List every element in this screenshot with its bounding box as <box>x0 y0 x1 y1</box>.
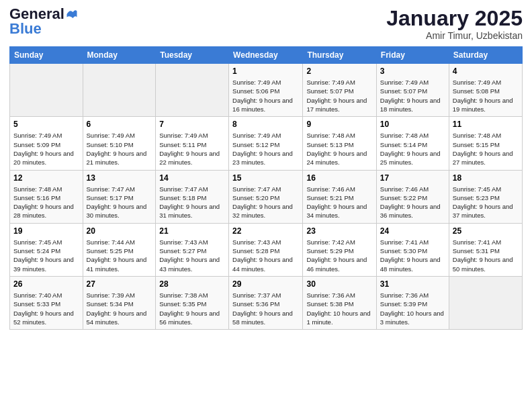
calendar-cell: 14Sunrise: 7:47 AM Sunset: 5:18 PM Dayli… <box>156 170 229 223</box>
day-info: Sunrise: 7:47 AM Sunset: 5:18 PM Dayligh… <box>159 185 225 220</box>
calendar-cell: 25Sunrise: 7:41 AM Sunset: 5:31 PM Dayli… <box>449 223 522 276</box>
day-info: Sunrise: 7:42 AM Sunset: 5:29 PM Dayligh… <box>306 238 372 273</box>
calendar-week-1: 5Sunrise: 7:49 AM Sunset: 5:09 PM Daylig… <box>10 117 523 170</box>
day-number: 11 <box>453 120 519 129</box>
day-info: Sunrise: 7:49 AM Sunset: 5:06 PM Dayligh… <box>232 78 299 113</box>
day-info: Sunrise: 7:45 AM Sunset: 5:24 PM Dayligh… <box>13 238 79 273</box>
day-number: 2 <box>306 66 372 76</box>
calendar-cell: 17Sunrise: 7:46 AM Sunset: 5:22 PM Dayli… <box>376 170 449 223</box>
day-info: Sunrise: 7:48 AM Sunset: 5:16 PM Dayligh… <box>13 185 79 220</box>
day-info: Sunrise: 7:43 AM Sunset: 5:27 PM Dayligh… <box>159 238 225 273</box>
calendar-cell: 26Sunrise: 7:40 AM Sunset: 5:33 PM Dayli… <box>10 276 83 329</box>
calendar-cell: 10Sunrise: 7:48 AM Sunset: 5:14 PM Dayli… <box>376 117 449 170</box>
calendar-cell: 20Sunrise: 7:44 AM Sunset: 5:25 PM Dayli… <box>83 223 156 276</box>
day-info: Sunrise: 7:48 AM Sunset: 5:15 PM Dayligh… <box>453 131 519 167</box>
calendar-cell: 23Sunrise: 7:42 AM Sunset: 5:29 PM Dayli… <box>303 223 376 276</box>
header: General Blue January 2025 Amir Timur, Uz… <box>9 7 523 41</box>
day-number: 5 <box>13 120 79 129</box>
day-info: Sunrise: 7:49 AM Sunset: 5:11 PM Dayligh… <box>159 131 225 167</box>
calendar-cell: 12Sunrise: 7:48 AM Sunset: 5:16 PM Dayli… <box>10 170 83 223</box>
day-info: Sunrise: 7:49 AM Sunset: 5:10 PM Dayligh… <box>87 131 152 167</box>
day-info: Sunrise: 7:36 AM Sunset: 5:38 PM Dayligh… <box>306 291 372 326</box>
col-monday: Monday <box>83 47 156 64</box>
calendar-title: January 2025 <box>386 7 523 30</box>
day-info: Sunrise: 7:39 AM Sunset: 5:34 PM Dayligh… <box>87 291 152 326</box>
day-info: Sunrise: 7:49 AM Sunset: 5:07 PM Dayligh… <box>380 78 445 113</box>
day-info: Sunrise: 7:49 AM Sunset: 5:09 PM Dayligh… <box>13 131 79 167</box>
day-info: Sunrise: 7:41 AM Sunset: 5:30 PM Dayligh… <box>380 238 445 273</box>
day-info: Sunrise: 7:46 AM Sunset: 5:21 PM Dayligh… <box>306 185 372 220</box>
col-wednesday: Wednesday <box>229 47 303 64</box>
day-number: 10 <box>380 120 445 129</box>
calendar-subtitle: Amir Timur, Uzbekistan <box>386 30 523 41</box>
calendar-cell: 1Sunrise: 7:49 AM Sunset: 5:06 PM Daylig… <box>229 64 303 117</box>
day-number: 19 <box>13 226 79 236</box>
day-number: 28 <box>159 279 225 289</box>
day-number: 4 <box>453 66 519 76</box>
day-number: 8 <box>232 120 299 129</box>
logo: General Blue <box>9 7 78 36</box>
title-block: January 2025 Amir Timur, Uzbekistan <box>386 7 523 41</box>
day-info: Sunrise: 7:40 AM Sunset: 5:33 PM Dayligh… <box>13 291 79 326</box>
day-info: Sunrise: 7:46 AM Sunset: 5:22 PM Dayligh… <box>380 185 445 220</box>
day-info: Sunrise: 7:38 AM Sunset: 5:35 PM Dayligh… <box>159 291 225 326</box>
day-number: 16 <box>306 173 372 183</box>
calendar-cell: 6Sunrise: 7:49 AM Sunset: 5:10 PM Daylig… <box>83 117 156 170</box>
day-number: 26 <box>13 279 79 289</box>
calendar-cell: 22Sunrise: 7:43 AM Sunset: 5:28 PM Dayli… <box>229 223 303 276</box>
logo-text-line1: General <box>9 7 64 21</box>
calendar-cell: 5Sunrise: 7:49 AM Sunset: 5:09 PM Daylig… <box>10 117 83 170</box>
day-number: 3 <box>380 66 445 76</box>
calendar-cell: 16Sunrise: 7:46 AM Sunset: 5:21 PM Dayli… <box>303 170 376 223</box>
day-number: 27 <box>87 279 152 289</box>
day-info: Sunrise: 7:41 AM Sunset: 5:31 PM Dayligh… <box>453 238 519 273</box>
calendar-cell <box>10 64 83 117</box>
calendar-cell: 24Sunrise: 7:41 AM Sunset: 5:30 PM Dayli… <box>376 223 449 276</box>
day-info: Sunrise: 7:44 AM Sunset: 5:25 PM Dayligh… <box>87 238 152 273</box>
day-number: 9 <box>306 120 372 129</box>
calendar-cell: 21Sunrise: 7:43 AM Sunset: 5:27 PM Dayli… <box>156 223 229 276</box>
day-info: Sunrise: 7:43 AM Sunset: 5:28 PM Dayligh… <box>232 238 299 273</box>
calendar-cell: 7Sunrise: 7:49 AM Sunset: 5:11 PM Daylig… <box>156 117 229 170</box>
day-number: 18 <box>453 173 519 183</box>
calendar-cell <box>156 64 229 117</box>
calendar-cell: 18Sunrise: 7:45 AM Sunset: 5:23 PM Dayli… <box>449 170 522 223</box>
calendar-week-4: 26Sunrise: 7:40 AM Sunset: 5:33 PM Dayli… <box>10 276 523 329</box>
day-info: Sunrise: 7:49 AM Sunset: 5:12 PM Dayligh… <box>232 131 299 167</box>
col-saturday: Saturday <box>449 47 522 64</box>
day-number: 30 <box>306 279 372 289</box>
calendar-cell: 13Sunrise: 7:47 AM Sunset: 5:17 PM Dayli… <box>83 170 156 223</box>
calendar-cell: 31Sunrise: 7:36 AM Sunset: 5:39 PM Dayli… <box>376 276 449 329</box>
day-number: 17 <box>380 173 445 183</box>
page-container: General Blue January 2025 Amir Timur, Uz… <box>0 0 532 334</box>
calendar-cell: 28Sunrise: 7:38 AM Sunset: 5:35 PM Dayli… <box>156 276 229 329</box>
day-info: Sunrise: 7:37 AM Sunset: 5:36 PM Dayligh… <box>232 291 299 326</box>
day-info: Sunrise: 7:45 AM Sunset: 5:23 PM Dayligh… <box>453 185 519 220</box>
day-number: 7 <box>159 120 225 129</box>
day-number: 23 <box>306 226 372 236</box>
calendar-cell: 2Sunrise: 7:49 AM Sunset: 5:07 PM Daylig… <box>303 64 376 117</box>
day-info: Sunrise: 7:49 AM Sunset: 5:07 PM Dayligh… <box>306 78 372 113</box>
day-info: Sunrise: 7:48 AM Sunset: 5:14 PM Dayligh… <box>380 131 445 167</box>
calendar-cell: 27Sunrise: 7:39 AM Sunset: 5:34 PM Dayli… <box>83 276 156 329</box>
day-number: 29 <box>232 279 299 289</box>
col-tuesday: Tuesday <box>156 47 229 64</box>
calendar-week-3: 19Sunrise: 7:45 AM Sunset: 5:24 PM Dayli… <box>10 223 523 276</box>
calendar-cell: 15Sunrise: 7:47 AM Sunset: 5:20 PM Dayli… <box>229 170 303 223</box>
day-info: Sunrise: 7:47 AM Sunset: 5:17 PM Dayligh… <box>87 185 152 220</box>
calendar-table: Sunday Monday Tuesday Wednesday Thursday… <box>9 46 523 330</box>
day-number: 15 <box>232 173 299 183</box>
calendar-cell: 19Sunrise: 7:45 AM Sunset: 5:24 PM Dayli… <box>10 223 83 276</box>
col-friday: Friday <box>376 47 449 64</box>
calendar-cell: 3Sunrise: 7:49 AM Sunset: 5:07 PM Daylig… <box>376 64 449 117</box>
day-number: 22 <box>232 226 299 236</box>
day-number: 13 <box>87 173 152 183</box>
calendar-cell: 11Sunrise: 7:48 AM Sunset: 5:15 PM Dayli… <box>449 117 522 170</box>
day-number: 25 <box>453 226 519 236</box>
col-thursday: Thursday <box>303 47 376 64</box>
day-number: 14 <box>159 173 225 183</box>
day-number: 24 <box>380 226 445 236</box>
col-sunday: Sunday <box>10 47 83 64</box>
day-number: 12 <box>13 173 79 183</box>
calendar-cell: 30Sunrise: 7:36 AM Sunset: 5:38 PM Dayli… <box>303 276 376 329</box>
